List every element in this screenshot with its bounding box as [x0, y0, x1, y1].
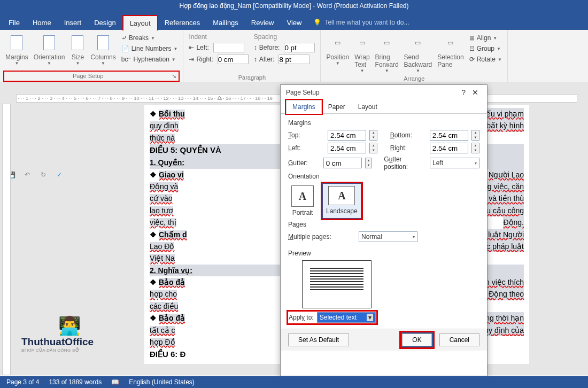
- dialog-close-icon[interactable]: ✕: [469, 87, 482, 98]
- ok-button[interactable]: OK: [402, 333, 431, 346]
- set-default-button[interactable]: Set As Default: [288, 333, 349, 346]
- indent-right[interactable]: ⇥ Right:: [187, 53, 250, 65]
- multiple-select[interactable]: Normal▾: [359, 231, 417, 242]
- line-numbers-button[interactable]: 📄 Line Numbers ▼: [119, 44, 180, 53]
- indent-right-input[interactable]: [218, 55, 249, 64]
- size-button[interactable]: Size▼: [68, 32, 87, 67]
- cancel-button[interactable]: Cancel: [439, 333, 479, 346]
- qat-spellcheck-icon[interactable]: ✓: [55, 170, 64, 180]
- window-title: Hợp đồng lao động_Nam [Compatibility Mod…: [6, 2, 582, 10]
- right-label: Right:: [390, 144, 427, 152]
- group-paragraph: Indent ⇤ Left: ⇥ Right: Spacing ↕ Before…: [183, 30, 321, 82]
- send-backward-button: ▭Send Backward▼: [402, 32, 435, 74]
- status-bar: Page 3 of 4 133 of 1889 words 📖 English …: [0, 376, 588, 388]
- menu-mailings[interactable]: Mailings: [206, 15, 245, 30]
- paragraph-label: Paragraph: [187, 73, 317, 82]
- spacing-after-input[interactable]: [278, 55, 310, 64]
- gutter-pos-select[interactable]: Left▾: [430, 158, 479, 168]
- gutter-label: Gutter:: [288, 159, 320, 167]
- top-input[interactable]: [328, 130, 366, 141]
- tab-paper[interactable]: Paper: [322, 100, 352, 114]
- multiple-label: Multiple pages:: [288, 233, 339, 240]
- orientation-button[interactable]: Orientation▼: [32, 32, 67, 67]
- right-spinner[interactable]: ▲▼: [471, 143, 479, 153]
- watermark-logo: 👨‍💻 ThuthuatOffice BÍ KÍP CỦA DÂN CÔNG S…: [21, 315, 118, 353]
- qat-undo-icon[interactable]: ↶: [22, 170, 32, 180]
- page-setup-label[interactable]: Page Setup↘: [3, 71, 180, 82]
- preview-section: Preview: [288, 250, 479, 257]
- breaks-button[interactable]: ⤶ Breaks ▼: [119, 33, 180, 43]
- columns-button[interactable]: Columns▼: [88, 32, 118, 67]
- rotate-button: ⟳ Rotate ▼: [467, 55, 504, 64]
- gutter-input[interactable]: [323, 158, 362, 168]
- right-input[interactable]: [430, 143, 468, 153]
- gutter-spinner[interactable]: ▲▼: [365, 158, 373, 168]
- indent-label: Indent: [187, 32, 250, 42]
- menu-layout[interactable]: Layout: [122, 15, 158, 30]
- left-input[interactable]: [328, 143, 366, 153]
- arrange-label: Arrange: [324, 74, 504, 83]
- ribbon: Margins▼ Orientation▼ Size▼ Columns▼ ⤶ B…: [0, 30, 588, 82]
- status-words[interactable]: 133 of 1889 words: [49, 378, 102, 386]
- menu-home[interactable]: Home: [26, 15, 58, 30]
- indent-left[interactable]: ⇤ Left:: [187, 42, 250, 53]
- spacing-label: Spacing: [252, 32, 318, 42]
- gutter-pos-label: Gutter position:: [384, 156, 427, 170]
- position-button: ▭Position▼: [324, 32, 351, 74]
- page-setup-launcher-icon[interactable]: ↘: [172, 73, 176, 80]
- spacing-after[interactable]: ↕ After:: [252, 53, 318, 65]
- status-language[interactable]: English (United States): [129, 378, 195, 386]
- status-proof-icon[interactable]: 📖: [111, 378, 119, 386]
- spacing-before-input[interactable]: [284, 43, 315, 52]
- menu-bar: File Home Insert Design Layout Reference…: [0, 15, 588, 30]
- page-setup-dialog: Page Setup ?✕ Margins Paper Layout Margi…: [280, 84, 488, 376]
- menu-view[interactable]: View: [280, 15, 308, 30]
- align-button: ⊞ Align ▼: [467, 33, 504, 43]
- top-label: Top:: [288, 131, 324, 139]
- qat-redo-icon[interactable]: ↻: [38, 170, 48, 180]
- margins-button[interactable]: Margins▼: [3, 32, 30, 67]
- status-page[interactable]: Page 3 of 4: [6, 378, 39, 386]
- menu-design[interactable]: Design: [88, 15, 122, 30]
- left-label: Left:: [288, 144, 324, 152]
- menu-file[interactable]: File: [2, 15, 26, 30]
- hyphenation-button[interactable]: bc⁻ Hyphenation ▼: [119, 55, 180, 64]
- preview-box: [302, 260, 372, 308]
- bottom-input[interactable]: [430, 130, 468, 141]
- tell-me[interactable]: 💡Tell me what you want to do...: [313, 19, 409, 26]
- landscape-button[interactable]: A Landscape: [322, 183, 361, 219]
- tab-layout[interactable]: Layout: [352, 100, 384, 114]
- lightbulb-icon: 💡: [313, 19, 321, 26]
- spacing-before[interactable]: ↕ Before:: [252, 42, 318, 53]
- dialog-help-icon[interactable]: ?: [458, 87, 469, 98]
- tab-margins[interactable]: Margins: [286, 100, 322, 114]
- landscape-icon: A: [328, 186, 355, 205]
- left-spinner[interactable]: ▲▼: [369, 143, 377, 153]
- indent-left-input[interactable]: [213, 43, 244, 52]
- group-page-setup: Margins▼ Orientation▼ Size▼ Columns▼ ⤶ B…: [0, 30, 183, 82]
- apply-select[interactable]: Selected text▾: [317, 312, 376, 323]
- menu-references[interactable]: References: [158, 15, 206, 30]
- group-arrange: ▭Position▼ ▭Wrap Text▼ ▭Bring Forward▼ ▭…: [321, 30, 508, 82]
- margins-section: Margins: [288, 119, 479, 127]
- bring-forward-button: ▭Bring Forward▼: [373, 32, 401, 74]
- group-button: ⊡ Group ▼: [467, 44, 504, 53]
- pages-section: Pages: [288, 221, 479, 228]
- orientation-section: Orientation: [288, 173, 479, 180]
- dialog-title: Page Setup: [286, 89, 320, 96]
- menu-review[interactable]: Review: [245, 15, 281, 30]
- apply-label: Apply to:: [289, 314, 314, 321]
- portrait-button[interactable]: A Portrait: [288, 183, 317, 219]
- top-spinner[interactable]: ▲▼: [369, 130, 377, 141]
- selection-pane-button[interactable]: ▭Selection Pane: [435, 32, 466, 74]
- menu-insert[interactable]: Insert: [58, 15, 88, 30]
- bottom-label: Bottom:: [390, 131, 427, 139]
- portrait-icon: A: [291, 185, 314, 207]
- bottom-spinner[interactable]: ▲▼: [471, 130, 479, 141]
- ruler-vertical[interactable]: [2, 104, 11, 375]
- wrap-text-button: ▭Wrap Text▼: [352, 32, 372, 74]
